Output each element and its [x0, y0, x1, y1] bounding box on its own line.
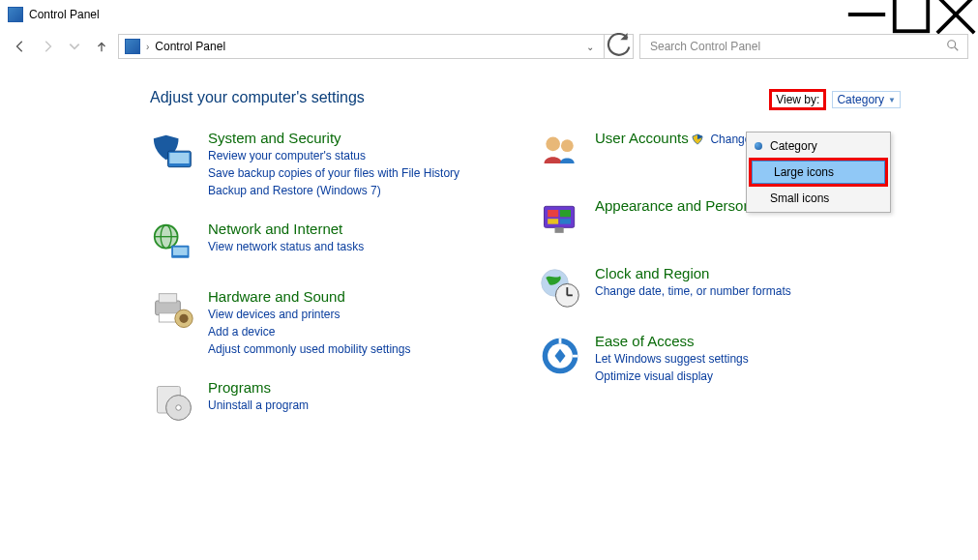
svg-rect-30 [555, 227, 564, 233]
address-location[interactable]: Control Panel [155, 40, 577, 53]
view-by-menu: Category Large icons Small icons [746, 132, 891, 213]
category-ease-of-access: Ease of Access Let Windows suggest setti… [537, 333, 866, 385]
recent-locations-button[interactable] [64, 36, 85, 57]
highlight-large-icons: Large icons [749, 158, 888, 187]
category-link[interactable]: View network status and tasks [208, 238, 479, 255]
category-link[interactable]: Let Windows suggest settings [595, 350, 866, 368]
view-by-label: View by: [776, 93, 819, 106]
menu-item-label: Large icons [774, 165, 834, 179]
svg-rect-28 [548, 219, 558, 224]
content-area: Adjust your computer's settings View by:… [0, 64, 978, 447]
category-title[interactable]: Ease of Access [595, 333, 695, 349]
category-link[interactable]: Review your computer's status [208, 147, 479, 164]
svg-rect-7 [169, 153, 189, 163]
svg-point-22 [176, 405, 182, 411]
category-link[interactable]: Backup and Restore (Windows 7) [208, 182, 479, 199]
category-system-security: System and Security Review your computer… [150, 130, 479, 199]
category-link[interactable]: Add a device [208, 323, 479, 340]
bullet-empty-icon [758, 168, 766, 176]
up-button[interactable] [91, 36, 112, 57]
dropdown-triangle-icon: ▼ [888, 96, 896, 104]
svg-point-24 [561, 139, 574, 152]
svg-rect-13 [173, 248, 188, 255]
search-input[interactable] [648, 39, 940, 54]
svg-rect-16 [159, 313, 176, 322]
svg-rect-27 [560, 210, 571, 217]
category-title[interactable]: Network and Internet [208, 221, 342, 237]
category-title[interactable]: Programs [208, 379, 271, 396]
menu-item-label: Category [770, 139, 817, 153]
printer-speaker-icon [150, 288, 196, 335]
control-panel-app-icon [8, 7, 23, 22]
svg-point-4 [948, 40, 956, 47]
bullet-selected-icon [755, 142, 762, 150]
refresh-button[interactable] [605, 34, 634, 59]
view-by-control: View by: Category ▼ Category Large icons… [769, 89, 901, 110]
user-accounts-icon [537, 130, 583, 176]
svg-rect-29 [560, 219, 571, 224]
control-panel-icon [125, 39, 140, 54]
category-programs: Programs Uninstall a program [150, 379, 479, 426]
bullet-empty-icon [755, 194, 762, 202]
category-title[interactable]: User Accounts [595, 130, 689, 146]
category-link[interactable]: View devices and printers [208, 306, 479, 323]
forward-button[interactable] [37, 36, 58, 57]
category-title[interactable]: System and Security [208, 130, 341, 146]
chevron-right-icon[interactable]: › [146, 42, 149, 52]
view-by-value: Category [837, 93, 884, 106]
toolbar: › Control Panel ⌄ [0, 29, 978, 64]
left-column: System and Security Review your computer… [150, 130, 479, 447]
window-controls [845, 0, 978, 29]
address-bar[interactable]: › Control Panel ⌄ [118, 34, 605, 59]
globe-network-icon [150, 221, 196, 267]
close-button[interactable] [934, 0, 978, 29]
appearance-icon [537, 197, 583, 244]
maximize-button[interactable] [889, 0, 934, 29]
clock-globe-icon [537, 265, 583, 311]
window-title: Control Panel [29, 8, 100, 21]
highlight-view-by-label: View by: [769, 89, 826, 110]
category-link[interactable]: Save backup copies of your files with Fi… [208, 164, 479, 182]
svg-rect-26 [548, 210, 558, 217]
search-icon[interactable] [946, 39, 960, 55]
view-by-dropdown[interactable]: Category ▼ [832, 91, 901, 108]
shield-monitor-icon [150, 130, 196, 176]
category-network-internet: Network and Internet View network status… [150, 221, 479, 267]
svg-rect-1 [895, 0, 929, 31]
svg-rect-15 [159, 294, 176, 303]
uac-shield-icon [692, 133, 703, 145]
category-title[interactable]: Clock and Region [595, 265, 709, 281]
category-link[interactable]: Optimize visual display [595, 368, 866, 385]
titlebar: Control Panel [0, 0, 978, 29]
menu-item-category[interactable]: Category [749, 134, 888, 158]
ease-of-access-icon [537, 333, 583, 379]
category-clock-region: Clock and Region Change date, time, or n… [537, 265, 866, 311]
category-title[interactable]: Hardware and Sound [208, 288, 345, 305]
svg-point-23 [546, 137, 560, 152]
category-hardware-sound: Hardware and Sound View devices and prin… [150, 288, 479, 358]
address-dropdown-icon[interactable]: ⌄ [582, 42, 598, 52]
svg-line-5 [955, 46, 959, 50]
back-button[interactable] [10, 36, 31, 57]
category-link[interactable]: Change date, time, or number formats [595, 282, 866, 300]
minimize-button[interactable] [845, 0, 889, 29]
category-link[interactable]: Uninstall a program [208, 397, 479, 414]
programs-disc-icon [150, 379, 196, 426]
menu-item-small-icons[interactable]: Small icons [749, 187, 888, 210]
search-box[interactable] [639, 34, 968, 59]
category-link[interactable]: Adjust commonly used mobility settings [208, 340, 479, 358]
svg-point-18 [179, 314, 188, 323]
menu-item-label: Small icons [770, 192, 829, 205]
menu-item-large-icons[interactable]: Large icons [752, 161, 885, 184]
